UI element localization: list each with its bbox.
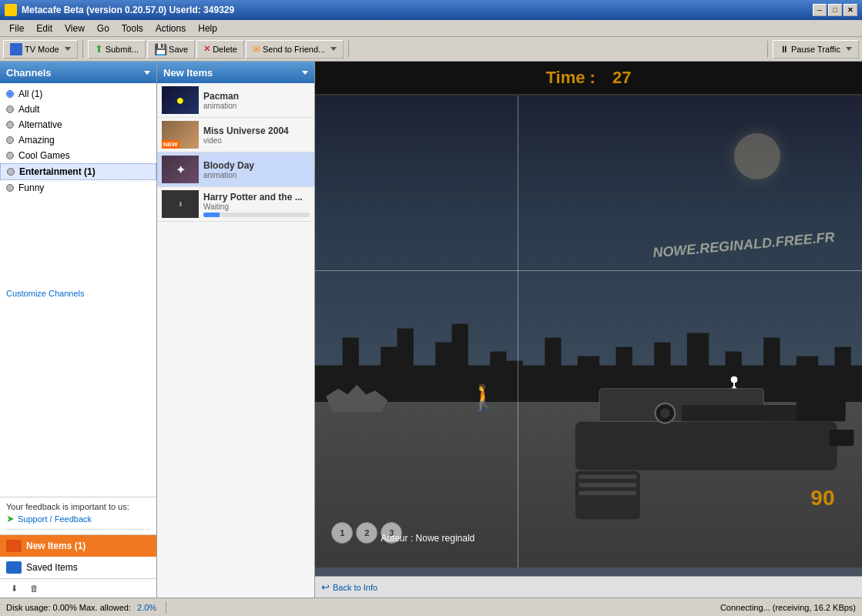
disk-usage-text: Disk usage: 0.00% Max. allowed: <box>6 603 131 612</box>
main-area: Channels All (1) Adult Alternative Amazi… <box>0 62 862 598</box>
pause-icon: ⏸ <box>780 44 789 55</box>
send-icon: ✉ <box>253 44 260 55</box>
ammo-display: 90 <box>810 486 834 511</box>
title-bar: Metacafe Beta (version 0.20.57.0) UserId… <box>0 0 862 20</box>
item-thumb-bloody-day: ✦ <box>162 156 199 183</box>
delete-tool-icon[interactable]: 🗑 <box>26 582 42 594</box>
channels-dropdown-icon <box>144 71 150 75</box>
channel-radio-adult <box>6 105 14 113</box>
channel-radio-entertainment <box>7 168 15 176</box>
channel-item-cool-games[interactable]: Cool Games <box>0 148 156 163</box>
list-item[interactable]: ⬇ Harry Potter and the ... Waiting <box>157 187 314 222</box>
tv-mode-button[interactable]: TV Mode <box>3 40 78 59</box>
ctrl-btn-2[interactable]: 2 <box>356 522 377 544</box>
menu-view[interactable]: View <box>59 22 91 35</box>
crosshair-vertical <box>518 95 518 567</box>
sidebar-bottom: New Items (1) Saved Items ⬇ 🗑 <box>0 534 156 598</box>
customize-channels-section: Customize Channels <box>0 284 156 303</box>
tv-mode-dropdown-icon <box>65 47 71 51</box>
toolbar-separator-3 <box>767 41 768 58</box>
back-to-info-button[interactable]: ↩ Back to Info <box>321 581 377 593</box>
channel-item-adult[interactable]: Adult <box>0 102 156 117</box>
toolbar-separator-1 <box>82 41 83 58</box>
save-icon: 💾 <box>154 43 166 55</box>
menu-file[interactable]: File <box>3 22 30 35</box>
author-text: Auteur : Nowe reginald <box>381 533 475 544</box>
item-info-bloody-day: Bloody Day animation <box>203 160 310 179</box>
channel-list: All (1) Adult Alternative Amazing Cool G… <box>0 83 156 284</box>
download-icon[interactable]: ⬇ <box>6 582 22 594</box>
channel-radio-alternative <box>6 121 14 129</box>
channel-item-all[interactable]: All (1) <box>0 86 156 102</box>
channel-item-amazing[interactable]: Amazing <box>0 132 156 148</box>
ctrl-btn-1[interactable]: 1 <box>331 522 353 544</box>
new-items-icon <box>6 540 22 552</box>
menu-tools[interactable]: Tools <box>116 22 149 35</box>
svg-rect-15 <box>579 483 637 487</box>
window-controls: ─ □ ✕ <box>813 4 857 16</box>
pause-traffic-button[interactable]: ⏸ Pause Traffic <box>773 40 859 59</box>
tv-icon <box>10 43 22 55</box>
toolbar-separator-2 <box>348 41 349 58</box>
back-icon: ↩ <box>321 581 330 593</box>
new-badge: NEW <box>162 140 179 149</box>
svg-rect-16 <box>579 491 637 495</box>
items-header: New Items <box>157 62 314 83</box>
channel-item-entertainment[interactable]: Entertainment (1) <box>0 163 156 180</box>
moon-element <box>734 133 780 179</box>
menu-help[interactable]: Help <box>192 22 223 35</box>
channel-radio-amazing <box>6 136 14 144</box>
saved-items-button[interactable]: Saved Items <box>0 557 156 578</box>
channel-item-alternative[interactable]: Alternative <box>0 117 156 132</box>
game-header: Time : 27 <box>315 62 862 95</box>
sidebar-spacer <box>0 303 156 497</box>
sidebar: Channels All (1) Adult Alternative Amazi… <box>0 62 157 598</box>
channel-radio-all <box>6 90 14 98</box>
channel-radio-cool-games <box>6 152 14 159</box>
channel-item-funny[interactable]: Funny <box>0 180 156 196</box>
menu-actions[interactable]: Actions <box>149 22 192 35</box>
stickman-left: 🚶 <box>468 383 499 412</box>
disk-usage-link[interactable]: 2.0% <box>137 603 156 612</box>
send-dropdown-icon <box>330 47 337 51</box>
menu-edit[interactable]: Edit <box>30 22 59 35</box>
status-separator <box>166 601 166 614</box>
close-button[interactable]: ✕ <box>844 4 857 16</box>
menu-bar: File Edit View Go Tools Actions Help <box>0 20 862 37</box>
game-background: Time : 27 NOWE.REGINALD.FREE.FR 🚶 <box>315 62 862 576</box>
back-bar: ↩ Back to Info <box>315 576 862 598</box>
graffiti-text: NOWE.REGINALD.FREE.FR <box>652 229 835 262</box>
sidebar-tools: ⬇ 🗑 <box>0 578 156 598</box>
svg-point-12 <box>660 408 670 418</box>
svg-rect-13 <box>829 430 854 446</box>
item-thumb-miss-universe: NEW <box>162 121 199 149</box>
list-item[interactable]: ● Pacman animation <box>157 83 314 118</box>
item-info-harry-potter: Harry Potter and the ... Waiting <box>203 192 310 217</box>
send-to-friend-button[interactable]: ✉ Send to Friend... <box>246 40 344 59</box>
maximize-button[interactable]: □ <box>828 4 842 16</box>
download-progress <box>203 213 310 217</box>
new-items-button[interactable]: New Items (1) <box>0 535 156 557</box>
list-item[interactable]: ✦ Bloody Day animation <box>157 152 314 187</box>
customize-channels-link[interactable]: Customize Channels <box>6 289 85 298</box>
submit-button[interactable]: ⬆ Submit... <box>88 40 146 59</box>
delete-button[interactable]: ✕ Delete <box>196 40 244 59</box>
support-feedback-link[interactable]: Support / Feedback <box>18 514 92 524</box>
progress-bar <box>203 213 310 217</box>
channels-header: Channels <box>0 62 156 83</box>
app-icon <box>5 4 17 16</box>
svg-rect-9 <box>797 397 846 421</box>
save-button[interactable]: 💾 Save <box>147 40 195 59</box>
list-item[interactable]: NEW Miss Universe 2004 video <box>157 118 314 152</box>
connection-status: Connecting... (receiving, 16.2 KBps) <box>720 603 856 612</box>
item-info-miss-universe: Miss Universe 2004 video <box>203 126 310 145</box>
item-thumb-harry-potter: ⬇ <box>162 190 199 218</box>
minimize-button[interactable]: ─ <box>813 4 827 16</box>
progress-fill <box>203 213 220 217</box>
menu-go[interactable]: Go <box>91 22 116 35</box>
feedback-icon: ➤ <box>6 513 15 524</box>
window-title: Metacafe Beta (version 0.20.57.0) UserId… <box>22 5 813 15</box>
submit-icon: ⬆ <box>95 43 103 55</box>
pause-dropdown-icon <box>846 47 852 51</box>
crosshair-horizontal <box>315 270 862 271</box>
